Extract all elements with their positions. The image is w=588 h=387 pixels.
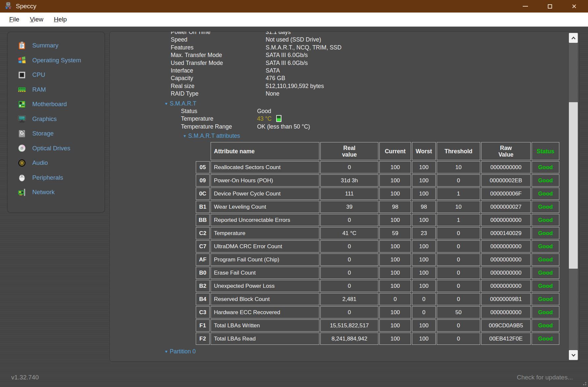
table-cell: C3: [196, 306, 210, 318]
table-cell: 100: [412, 267, 436, 279]
table-cell: Good: [532, 253, 559, 266]
detail-label: Status: [171, 107, 257, 115]
sidebar-item-peripherals[interactable]: Peripherals: [8, 170, 104, 185]
menu-help[interactable]: Help: [49, 15, 71, 24]
scrollbar-down-button[interactable]: [569, 350, 578, 360]
detail-value: 43 °C: [257, 115, 272, 123]
table-cell: Device Power Cycle Count: [211, 188, 319, 200]
detail-value: None: [266, 90, 279, 98]
table-cell: 0000000000: [481, 161, 531, 173]
resize-grip[interactable]: [581, 380, 587, 386]
optical-drives-icon: [17, 144, 26, 153]
table-cell: Reallocated Sectors Count: [211, 161, 319, 173]
section-s-m-a-r-t-attributes[interactable]: ▾S.M.A.R.T attributes: [184, 132, 565, 140]
storage-details: Power On Time31.1 daysSpeedNot used (SSD…: [110, 32, 569, 361]
content-panel: Power On Time31.1 daysSpeedNot used (SSD…: [109, 31, 579, 362]
table-cell: 0: [437, 227, 480, 239]
table-cell: 0: [320, 240, 378, 253]
sidebar-item-audio[interactable]: Audio: [8, 156, 104, 170]
table-cell: Hardware ECC Recovered: [211, 306, 319, 318]
minimize-button[interactable]: [516, 0, 535, 13]
table-cell: 100: [412, 280, 436, 292]
sidebar-item-summary[interactable]: Summary: [8, 38, 104, 53]
table-cell: 09: [196, 174, 210, 187]
detail-row-raid-type: RAID TypeNone: [171, 90, 565, 98]
menu-file[interactable]: File: [5, 15, 24, 24]
table-cell: 15,515,822,517: [320, 319, 378, 332]
table-cell: 59: [379, 227, 411, 239]
window-controls: ✕: [516, 0, 583, 13]
sidebar-item-label: CPU: [32, 71, 45, 78]
table-cell: 98: [412, 201, 436, 213]
table-row: C2Temperature41 °C592300000140029Good: [196, 227, 559, 239]
detail-value: SATA III 6.0Gb/s: [266, 51, 308, 59]
table-cell: Good: [532, 306, 559, 318]
detail-row-speed: SpeedNot used (SSD Drive): [171, 36, 565, 44]
sidebar-item-cpu[interactable]: CPU: [8, 68, 104, 82]
table-cell: UltraDMA CRC Error Count: [211, 240, 319, 253]
table-cell: Good: [532, 227, 559, 239]
table-row: B1Wear Leveling Count399898100000000027G…: [196, 201, 559, 213]
close-icon: ✕: [572, 3, 577, 10]
table-cell: Reported Uncorrectable Errors: [211, 214, 319, 226]
sidebar-item-operating-system[interactable]: Operating System: [8, 53, 104, 68]
table-cell: 31d 3h: [320, 174, 378, 187]
maximize-button[interactable]: [541, 0, 559, 13]
detail-value: S.M.A.R.T., NCQ, TRIM, SSD: [266, 44, 341, 51]
table-cell: Good: [532, 161, 559, 173]
table-cell: 0000000000: [481, 306, 531, 318]
table-cell: 000000006F: [481, 188, 531, 200]
summary-icon: [17, 41, 26, 50]
detail-value: Not used (SSD Drive): [266, 36, 321, 44]
section-partition-0[interactable]: ▾Partition 0: [165, 348, 565, 355]
table-cell: 100: [379, 240, 411, 253]
table-cell: 0000000000: [481, 253, 531, 266]
sidebar-item-label: Operating System: [32, 57, 81, 64]
sidebar-item-graphics[interactable]: Graphics: [8, 112, 104, 127]
audio-icon: [17, 159, 26, 167]
table-cell: B2: [196, 280, 210, 292]
sidebar-item-label: Optical Drives: [32, 145, 70, 152]
table-row: AFProgram Fail Count (Chip)0100100000000…: [196, 253, 559, 266]
expander-arrow-icon[interactable]: ▾: [165, 100, 167, 107]
detail-label: Power On Time: [171, 32, 266, 36]
close-button[interactable]: ✕: [565, 0, 583, 13]
detail-label: RAID Type: [171, 90, 266, 98]
sidebar-item-ram[interactable]: RAM: [8, 82, 104, 97]
scrollbar-up-button[interactable]: [569, 33, 578, 43]
scrollbar-thumb[interactable]: [569, 102, 578, 269]
expander-arrow-icon[interactable]: ▾: [184, 132, 186, 140]
table-cell: 100: [379, 280, 411, 292]
detail-label: Features: [171, 44, 266, 51]
table-cell: 100: [412, 240, 436, 253]
section-s-m-a-r-t[interactable]: ▾S.M.A.R.T: [165, 100, 565, 107]
detail-row-real-size: Real size512,110,190,592 bytes: [171, 82, 565, 90]
detail-row-interface: InterfaceSATA: [171, 67, 565, 74]
table-cell: Good: [532, 188, 559, 200]
sidebar-item-network[interactable]: Network: [8, 185, 104, 200]
table-row: 05Reallocated Sectors Count0100100100000…: [196, 161, 559, 173]
detail-value: OK (less than 50 °C): [257, 123, 310, 131]
scrollbar: [569, 33, 578, 360]
peripherals-icon: [17, 173, 26, 182]
sidebar-item-optical-drives[interactable]: Optical Drives: [8, 141, 104, 156]
sidebar-item-storage[interactable]: Storage: [8, 126, 104, 141]
table-header-status: Status: [532, 142, 559, 160]
table-cell: 111: [320, 188, 378, 200]
table-cell: 100: [379, 214, 411, 226]
table-cell: 100: [379, 319, 411, 332]
table-cell: 0: [437, 319, 480, 332]
sidebar-item-motherboard[interactable]: Motherboard: [8, 97, 104, 112]
table-cell: Power-On Hours (POH): [211, 174, 319, 187]
expander-arrow-icon[interactable]: ▾: [165, 348, 167, 355]
table-header-worst: Worst: [412, 142, 436, 160]
check-for-updates-link[interactable]: Check for updates...: [517, 374, 573, 381]
menu-view[interactable]: View: [25, 15, 48, 24]
detail-value: Good: [257, 107, 271, 115]
table-cell: 98: [379, 201, 411, 213]
table-row: B0Erase Fail Count010010000000000000Good: [196, 267, 559, 279]
table-header-attribute-name: Attribute name: [211, 142, 319, 160]
speccy-app-icon[interactable]: [4, 2, 13, 11]
temperature-gauge-icon: [276, 115, 281, 122]
table-cell: 0: [320, 267, 378, 279]
